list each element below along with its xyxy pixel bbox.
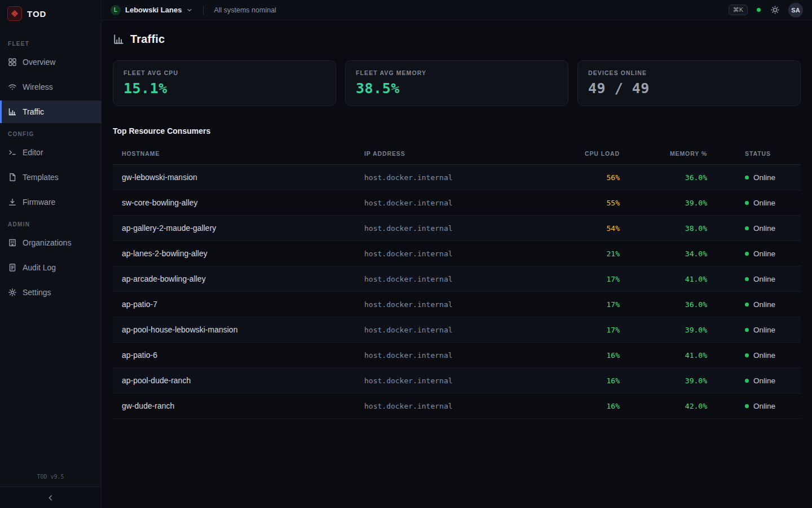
bar-chart-icon bbox=[113, 33, 125, 45]
memory-cell: 36.0% bbox=[626, 173, 714, 182]
table-row[interactable]: ap-gallery-2-maude-gallery host.docker.i… bbox=[113, 216, 801, 241]
status-cell: Online bbox=[714, 351, 792, 360]
ip-address-cell: host.docker.internal bbox=[364, 351, 525, 360]
sidebar-item-label: Audit Log bbox=[23, 263, 56, 272]
sidebar-item-label: Organizations bbox=[23, 238, 71, 247]
cpu-load-cell: 55% bbox=[525, 199, 626, 207]
download-icon bbox=[8, 198, 17, 207]
page-content: Traffic FLEET AVG CPU 15.1% FLEET AVG ME… bbox=[102, 20, 812, 508]
memory-cell: 38.0% bbox=[626, 224, 714, 233]
table-row[interactable]: gw-dude-ranch host.docker.internal 16% 4… bbox=[113, 393, 801, 419]
sidebar-item-wireless[interactable]: Wireless bbox=[0, 76, 101, 98]
ip-address-cell: host.docker.internal bbox=[364, 376, 525, 385]
user-avatar[interactable]: SA bbox=[788, 3, 803, 17]
org-switcher[interactable]: L Lebowski Lanes bbox=[111, 5, 193, 15]
status-label: Online bbox=[753, 249, 775, 258]
app-logo-icon bbox=[7, 6, 22, 21]
status-label: Online bbox=[753, 326, 775, 334]
table-row[interactable]: ap-arcade-bowling-alley host.docker.inte… bbox=[113, 266, 801, 292]
sidebar-item-traffic[interactable]: Traffic bbox=[0, 100, 101, 123]
cpu-load-cell: 17% bbox=[525, 326, 626, 334]
status-label: Online bbox=[753, 199, 775, 207]
sidebar-item-label: Editor bbox=[23, 148, 43, 157]
nav-section-label: CONFIG bbox=[0, 125, 101, 141]
status-cell: Online bbox=[714, 300, 792, 309]
brand-name: TOD bbox=[27, 9, 46, 19]
table-header-row: HOSTNAME IP ADDRESS CPU LOAD MEMORY % ST… bbox=[113, 142, 801, 165]
status-label: Online bbox=[753, 300, 775, 309]
sidebar-item-label: Firmware bbox=[23, 198, 55, 207]
sidebar-nav: FLEETOverviewWirelessTrafficCONFIGEditor… bbox=[0, 27, 101, 306]
stat-card-value: 38.5% bbox=[356, 80, 558, 97]
status-label: Online bbox=[753, 173, 775, 182]
sidebar-item-overview[interactable]: Overview bbox=[0, 51, 101, 73]
table-row[interactable]: ap-lanes-2-bowling-alley host.docker.int… bbox=[113, 241, 801, 266]
column-header-memory[interactable]: MEMORY % bbox=[626, 150, 714, 157]
column-header-status[interactable]: STATUS bbox=[714, 150, 792, 157]
table-row[interactable]: ap-pool-dude-ranch host.docker.internal … bbox=[113, 368, 801, 393]
stat-cards: FLEET AVG CPU 15.1% FLEET AVG MEMORY 38.… bbox=[113, 60, 801, 106]
ip-address-cell: host.docker.internal bbox=[364, 173, 525, 182]
main-area: L Lebowski Lanes All systems nominal ⌘K bbox=[102, 0, 812, 508]
app-version: TOD v9.5 bbox=[0, 467, 101, 487]
column-header-hostname[interactable]: HOSTNAME bbox=[122, 150, 364, 157]
online-status-dot bbox=[745, 328, 749, 332]
hostname-cell: gw-lebowski-mansion bbox=[122, 173, 364, 182]
top-consumers-table: HOSTNAME IP ADDRESS CPU LOAD MEMORY % ST… bbox=[113, 142, 801, 419]
table-body: gw-lebowski-mansion host.docker.internal… bbox=[113, 165, 801, 419]
status-label: Online bbox=[753, 351, 775, 360]
memory-cell: 39.0% bbox=[626, 199, 714, 207]
memory-cell: 42.0% bbox=[626, 402, 714, 410]
theme-toggle-button[interactable] bbox=[770, 5, 780, 15]
grid-icon bbox=[8, 58, 17, 67]
sidebar-item-audit-log[interactable]: Audit Log bbox=[0, 256, 101, 279]
ip-address-cell: host.docker.internal bbox=[364, 275, 525, 283]
ip-address-cell: host.docker.internal bbox=[364, 249, 525, 258]
memory-cell: 41.0% bbox=[626, 275, 714, 283]
sidebar-item-firmware[interactable]: Firmware bbox=[0, 191, 101, 213]
sidebar-collapse-button[interactable] bbox=[0, 487, 101, 508]
status-cell: Online bbox=[714, 376, 792, 385]
table-section-title: Top Resource Consumers bbox=[113, 126, 801, 135]
ip-address-cell: host.docker.internal bbox=[364, 300, 525, 309]
table-row[interactable]: gw-lebowski-mansion host.docker.internal… bbox=[113, 165, 801, 190]
online-status-dot bbox=[745, 379, 749, 383]
status-cell: Online bbox=[714, 173, 792, 182]
sidebar-item-templates[interactable]: Templates bbox=[0, 166, 101, 189]
status-label: Online bbox=[753, 376, 775, 385]
stat-card-value: 49 / 49 bbox=[588, 80, 790, 97]
status-cell: Online bbox=[714, 199, 792, 207]
stat-card-label: DEVICES ONLINE bbox=[588, 69, 790, 76]
terminal-icon bbox=[8, 148, 17, 157]
sidebar-item-label: Overview bbox=[23, 58, 55, 67]
cpu-load-cell: 56% bbox=[525, 173, 626, 182]
cpu-load-cell: 16% bbox=[525, 376, 626, 385]
sun-icon bbox=[771, 6, 779, 14]
sidebar-item-settings[interactable]: Settings bbox=[0, 281, 101, 304]
hostname-cell: sw-core-bowling-alley bbox=[122, 198, 364, 207]
table-row[interactable]: ap-pool-house-lebowski-mansion host.dock… bbox=[113, 317, 801, 343]
system-status-text: All systems nominal bbox=[214, 6, 276, 14]
cpu-load-cell: 21% bbox=[525, 249, 626, 258]
memory-cell: 36.0% bbox=[626, 300, 714, 309]
ip-address-cell: host.docker.internal bbox=[364, 224, 525, 233]
stat-card-label: FLEET AVG MEMORY bbox=[356, 69, 558, 76]
ip-address-cell: host.docker.internal bbox=[364, 402, 525, 410]
stat-card: DEVICES ONLINE 49 / 49 bbox=[577, 60, 801, 106]
status-cell: Online bbox=[714, 275, 792, 283]
document-icon bbox=[8, 263, 17, 272]
online-status-dot bbox=[745, 226, 749, 230]
sidebar-item-editor[interactable]: Editor bbox=[0, 141, 101, 164]
building-icon bbox=[8, 238, 17, 247]
command-palette-shortcut[interactable]: ⌘K bbox=[729, 5, 748, 15]
column-header-cpu[interactable]: CPU LOAD bbox=[525, 150, 626, 157]
cpu-load-cell: 16% bbox=[525, 402, 626, 410]
column-header-ip[interactable]: IP ADDRESS bbox=[364, 150, 525, 157]
sidebar-item-organizations[interactable]: Organizations bbox=[0, 231, 101, 254]
nav-section-label: FLEET bbox=[0, 35, 101, 51]
ip-address-cell: host.docker.internal bbox=[364, 199, 525, 207]
table-row[interactable]: sw-core-bowling-alley host.docker.intern… bbox=[113, 190, 801, 216]
table-row[interactable]: ap-patio-6 host.docker.internal 16% 41.0… bbox=[113, 343, 801, 368]
table-row[interactable]: ap-patio-7 host.docker.internal 17% 36.0… bbox=[113, 292, 801, 317]
status-cell: Online bbox=[714, 326, 792, 334]
